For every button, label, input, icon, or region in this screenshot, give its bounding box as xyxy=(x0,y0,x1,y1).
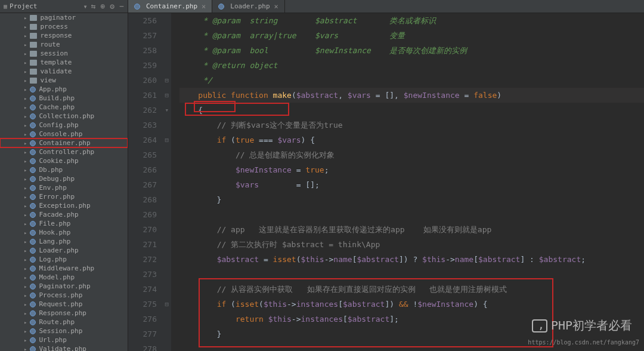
hide-icon[interactable]: − xyxy=(119,2,124,11)
fold-marker[interactable]: ⊟ xyxy=(165,297,169,312)
file-item[interactable]: Collection.php xyxy=(0,112,128,121)
file-item[interactable]: Validate.php xyxy=(0,344,128,351)
file-item[interactable]: Cache.php xyxy=(0,103,128,112)
file-item[interactable]: Build.php xyxy=(0,94,128,103)
file-item[interactable]: Env.php xyxy=(0,183,128,192)
code-line[interactable]: if (isset($this->instances[$abstract]) &… xyxy=(179,297,644,312)
code-line[interactable]: { xyxy=(179,103,644,118)
code-line[interactable]: */ xyxy=(179,73,644,88)
file-item[interactable]: Response.php xyxy=(0,309,128,318)
code-line[interactable]: // 总是创建新的实例化对象 xyxy=(179,147,644,162)
file-item[interactable]: Console.php xyxy=(0,130,128,138)
code-line[interactable]: public function make($abstract, $vars = … xyxy=(179,88,644,103)
file-item[interactable]: File.php xyxy=(0,219,128,228)
target-icon[interactable]: ⊕ xyxy=(101,2,106,11)
file-item[interactable]: Facade.php xyxy=(0,210,128,219)
file-item[interactable]: Config.php xyxy=(0,121,128,130)
code-line[interactable]: * @param string $abstract 类名或者标识 xyxy=(179,13,644,28)
folder-item[interactable]: view xyxy=(0,76,128,85)
folder-item[interactable]: session xyxy=(0,49,128,58)
file-item[interactable]: Middleware.php xyxy=(0,264,128,273)
file-item[interactable]: Paginator.php xyxy=(0,282,128,291)
gear-icon[interactable]: ⚙ xyxy=(110,2,114,11)
dropdown-icon[interactable]: ▾ xyxy=(83,2,87,11)
project-icon: ▦ xyxy=(4,3,7,10)
sidebar-header: ▦ Project ▾ ⇆ ⊕ ⚙ − xyxy=(0,0,128,13)
php-file-icon xyxy=(30,248,36,254)
file-item[interactable]: Error.php xyxy=(0,192,128,201)
code-line[interactable]: // app 这里就是在容器别名里获取传递过来的app 如果没有则就是app xyxy=(179,222,644,237)
file-item[interactable]: Db.php xyxy=(0,165,128,174)
php-file-icon xyxy=(218,4,224,10)
fold-marker[interactable]: ⊟ xyxy=(165,73,169,88)
watermark-text: PHP初学者必看 xyxy=(551,318,632,333)
line-number: 263 xyxy=(128,118,157,133)
code-line[interactable]: $vars = []; xyxy=(179,177,644,192)
folder-item[interactable]: paginator xyxy=(0,13,128,22)
file-item[interactable]: Controller.php xyxy=(0,147,128,156)
footer-url: https://blog.csdn.net/fangkang7 xyxy=(528,335,639,350)
close-icon[interactable]: × xyxy=(202,2,206,11)
code-line[interactable]: // 判断$vars这个变量是否为true xyxy=(179,118,644,133)
file-item[interactable]: Container.php xyxy=(0,138,128,147)
folder-item[interactable]: validate xyxy=(0,67,128,76)
file-item[interactable]: Route.php xyxy=(0,318,128,327)
code-line[interactable] xyxy=(179,207,644,222)
file-item[interactable]: Debug.php xyxy=(0,174,128,183)
php-file-icon xyxy=(30,257,36,263)
php-file-icon xyxy=(30,96,36,101)
code-line[interactable]: $abstract = isset($this->name[$abstract]… xyxy=(179,252,644,267)
file-item[interactable]: Session.php xyxy=(0,327,128,335)
code-line[interactable]: * @param bool $newInstance 是否每次创建新的实例 xyxy=(179,43,644,58)
folder-icon xyxy=(30,51,37,57)
editor-tab[interactable]: Container.php× xyxy=(128,0,212,13)
fold-marker xyxy=(165,312,169,327)
code-line[interactable] xyxy=(179,267,644,282)
file-item[interactable]: Hook.php xyxy=(0,228,128,237)
file-item[interactable]: Loader.php xyxy=(0,246,128,255)
folder-item[interactable]: template xyxy=(0,58,128,67)
line-number: 272 xyxy=(128,252,157,267)
line-number: 266 xyxy=(128,162,157,177)
file-item[interactable]: Cookie.php xyxy=(0,156,128,165)
folder-icon xyxy=(30,60,37,66)
file-tree[interactable]: paginatorprocessresponseroutesessiontemp… xyxy=(0,13,128,351)
line-number: 275 xyxy=(128,297,157,312)
editor-area: Container.php×Loader.php× 25625725825926… xyxy=(128,0,644,351)
code-line[interactable]: // 从容器实例中获取 如果存在则直接返回对应的实例 也就是使用注册树模式 xyxy=(179,282,644,297)
php-file-icon xyxy=(30,194,36,200)
code-line[interactable]: // 第二次执行时 $abstract = think\App xyxy=(179,237,644,252)
file-item[interactable]: Process.php xyxy=(0,291,128,300)
file-item[interactable]: Request.php xyxy=(0,300,128,309)
code-line[interactable]: * @return object xyxy=(179,58,644,73)
code-content[interactable]: PHP初学者必看 https://blog.csdn.net/fangkang7… xyxy=(171,13,644,351)
file-item[interactable]: Exception.php xyxy=(0,201,128,210)
php-file-icon xyxy=(134,4,140,10)
fold-marker xyxy=(165,43,169,58)
folder-item[interactable]: route xyxy=(0,40,128,49)
file-item[interactable]: Model.php xyxy=(0,273,128,282)
code-line[interactable]: * @param array|true $vars 变量 xyxy=(179,28,644,43)
line-number: 262 xyxy=(128,103,157,118)
line-number: 258 xyxy=(128,43,157,58)
fold-marker xyxy=(165,177,169,192)
line-number: 260 xyxy=(128,73,157,88)
code-line[interactable]: $newInstance = true; xyxy=(179,162,644,177)
file-item[interactable]: Log.php xyxy=(0,255,128,264)
folder-item[interactable]: process xyxy=(0,22,128,31)
folder-icon xyxy=(30,78,37,84)
collapse-icon[interactable]: ⇆ xyxy=(91,2,96,11)
folder-icon xyxy=(30,33,37,39)
file-item[interactable]: Url.php xyxy=(0,335,128,344)
folder-item[interactable]: response xyxy=(0,31,128,40)
fold-marker[interactable]: ⊟ xyxy=(165,88,169,103)
fold-marker[interactable]: ▾ xyxy=(165,103,169,118)
file-item[interactable]: Lang.php xyxy=(0,237,128,246)
fold-marker[interactable]: ⊟ xyxy=(165,133,169,147)
close-icon[interactable]: × xyxy=(274,2,278,11)
code-line[interactable]: } xyxy=(179,192,644,207)
file-item[interactable]: App.php xyxy=(0,85,128,94)
fold-marker xyxy=(165,58,169,73)
code-line[interactable]: if (true === $vars) { xyxy=(179,133,644,147)
editor-tab[interactable]: Loader.php× xyxy=(212,0,284,13)
